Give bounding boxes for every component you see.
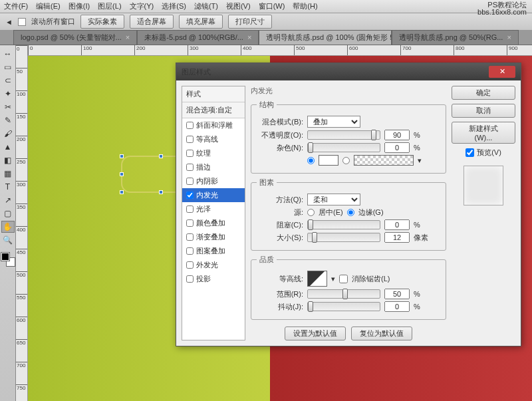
path-tool-icon[interactable]: ↗ xyxy=(1,194,15,206)
antialias-checkbox[interactable] xyxy=(339,275,348,283)
choke-input[interactable] xyxy=(384,219,410,230)
style-item-颜色叠加[interactable]: 颜色叠加 xyxy=(182,216,245,230)
shape-tool-icon[interactable]: ▢ xyxy=(1,207,15,219)
menu-edit[interactable]: 编辑(E) xyxy=(36,1,61,11)
tab-untitled[interactable]: 未标题-5.psd @ 100%(RGB/...× xyxy=(137,30,259,45)
color-swatches[interactable] xyxy=(1,253,15,266)
eraser-tool-icon[interactable]: ◧ xyxy=(1,154,15,166)
opacity-slider[interactable] xyxy=(307,130,380,140)
chevron-down-icon[interactable]: ▾ xyxy=(418,156,422,165)
jitter-input[interactable] xyxy=(384,301,410,312)
tab-logo[interactable]: logo.psd @ 50% (矢量智能对...× xyxy=(13,30,137,45)
close-icon[interactable]: × xyxy=(247,33,251,41)
gradient-tool-icon[interactable]: ▦ xyxy=(1,168,15,180)
menu-window[interactable]: 窗口(W) xyxy=(259,1,285,11)
noise-input[interactable] xyxy=(384,142,410,153)
menu-select[interactable]: 选择(S) xyxy=(162,1,186,11)
style-checkbox[interactable] xyxy=(186,150,194,157)
actual-pixels-button[interactable]: 实际象素 xyxy=(80,15,124,29)
close-icon[interactable]: × xyxy=(507,33,511,41)
style-checkbox[interactable] xyxy=(186,261,194,269)
close-icon[interactable]: × xyxy=(126,33,130,41)
cancel-button[interactable]: 取消 xyxy=(452,104,515,118)
type-tool-icon[interactable]: T xyxy=(1,181,15,193)
style-checkbox[interactable] xyxy=(186,164,194,171)
range-slider[interactable] xyxy=(307,289,380,299)
style-checkbox[interactable] xyxy=(186,136,194,143)
ok-button[interactable]: 确定 xyxy=(452,86,515,100)
make-default-button[interactable]: 设置为默认值 xyxy=(285,327,346,340)
style-checkbox[interactable] xyxy=(186,178,194,185)
stamp-tool-icon[interactable]: ▲ xyxy=(1,141,15,153)
lasso-tool-icon[interactable]: ⊂ xyxy=(1,74,15,86)
noise-slider[interactable] xyxy=(307,143,380,152)
menu-help[interactable]: 帮助(H) xyxy=(293,1,317,11)
handle-icon[interactable] xyxy=(159,154,163,158)
style-checkbox[interactable] xyxy=(186,219,194,227)
style-item-等高线[interactable]: 等高线 xyxy=(182,132,245,146)
choke-slider[interactable] xyxy=(307,220,380,229)
eyedropper-tool-icon[interactable]: ✎ xyxy=(1,114,15,126)
menu-view[interactable]: 视图(V) xyxy=(226,1,251,11)
menu-type[interactable]: 文字(Y) xyxy=(130,1,154,11)
blend-mode-select[interactable]: 叠加 xyxy=(307,116,360,128)
marquee-tool-icon[interactable]: ▭ xyxy=(1,61,15,73)
style-item-光泽[interactable]: 光泽 xyxy=(182,202,245,216)
style-item-斜面和浮雕[interactable]: 斜面和浮雕 xyxy=(182,118,245,132)
dialog-titlebar[interactable]: 图层样式 ✕ xyxy=(176,63,521,80)
color-radio[interactable] xyxy=(307,157,315,164)
move-tool-icon[interactable]: ↔ xyxy=(1,48,15,60)
edge-radio[interactable] xyxy=(347,209,354,216)
handle-icon[interactable] xyxy=(120,190,124,194)
reset-default-button[interactable]: 复位为默认值 xyxy=(351,327,412,340)
menu-image[interactable]: 图像(I) xyxy=(68,1,90,11)
blend-options-header[interactable]: 混合选项:自定 xyxy=(182,102,245,118)
brush-tool-icon[interactable]: 🖌 xyxy=(1,128,15,140)
style-checkbox[interactable] xyxy=(186,275,194,283)
menu-layer[interactable]: 图层(L) xyxy=(98,1,121,11)
hand-tool-icon[interactable]: ✋ xyxy=(1,221,15,233)
range-input[interactable] xyxy=(384,289,410,299)
zoom-tool-icon[interactable]: 🔍 xyxy=(1,234,15,246)
tab-nav-png[interactable]: 透明导航质感.png @ 50%(RG...× xyxy=(392,30,518,45)
style-checkbox[interactable] xyxy=(186,233,194,241)
handle-icon[interactable] xyxy=(120,154,124,158)
preview-checkbox[interactable] xyxy=(466,148,474,157)
menu-filter[interactable]: 滤镜(T) xyxy=(194,1,218,11)
style-item-渐变叠加[interactable]: 渐变叠加 xyxy=(182,230,245,244)
style-checkbox[interactable] xyxy=(186,205,194,213)
style-item-纹理[interactable]: 纹理 xyxy=(182,146,245,160)
fit-screen-button[interactable]: 适合屏幕 xyxy=(130,15,174,29)
opacity-input[interactable] xyxy=(384,130,410,140)
contour-picker[interactable] xyxy=(307,271,327,287)
menu-file[interactable]: 文件(F) xyxy=(4,1,28,11)
style-checkbox[interactable] xyxy=(186,247,194,255)
crop-tool-icon[interactable]: ✂ xyxy=(1,101,15,113)
print-size-button[interactable]: 打印尺寸 xyxy=(228,15,272,29)
gradient-swatch[interactable] xyxy=(354,155,414,166)
size-slider[interactable] xyxy=(307,233,380,242)
style-item-内阴影[interactable]: 内阴影 xyxy=(182,174,245,188)
style-checkbox[interactable] xyxy=(186,122,194,129)
gradient-radio[interactable] xyxy=(342,157,350,164)
handle-icon[interactable] xyxy=(120,172,124,176)
style-item-外发光[interactable]: 外发光 xyxy=(182,258,245,272)
color-swatch[interactable] xyxy=(319,155,338,166)
styles-header[interactable]: 样式 xyxy=(182,86,245,102)
jitter-slider[interactable] xyxy=(307,302,380,311)
tab-nav-psd[interactable]: 透明导航质感.psd @ 100% (圆角矩形 5, RGB/8*)× xyxy=(259,30,392,45)
center-radio[interactable] xyxy=(307,209,315,216)
handle-icon[interactable] xyxy=(159,190,163,194)
scroll-all-checkbox[interactable] xyxy=(18,18,26,26)
method-select[interactable]: 柔和 xyxy=(307,194,360,205)
style-checkbox[interactable] xyxy=(186,192,194,199)
wand-tool-icon[interactable]: ✦ xyxy=(1,88,15,100)
new-style-button[interactable]: 新建样式(W)... xyxy=(452,122,515,144)
close-button[interactable]: ✕ xyxy=(489,66,515,78)
size-input[interactable] xyxy=(384,232,410,243)
style-item-内发光[interactable]: 内发光 xyxy=(182,188,245,202)
style-item-投影[interactable]: 投影 xyxy=(182,272,245,286)
style-item-描边[interactable]: 描边 xyxy=(182,160,245,174)
chevron-down-icon[interactable]: ▾ xyxy=(331,275,335,283)
style-item-图案叠加[interactable]: 图案叠加 xyxy=(182,244,245,258)
